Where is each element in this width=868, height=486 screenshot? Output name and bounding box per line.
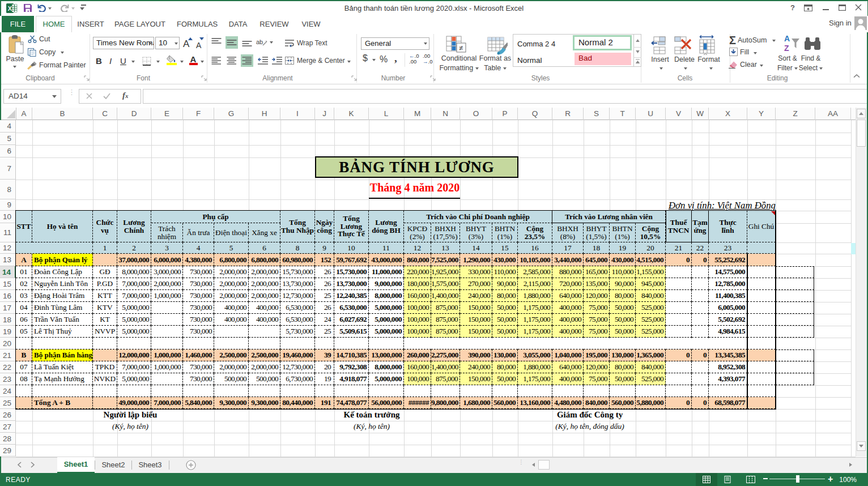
svg-text:≠: ≠ [459, 44, 463, 52]
svg-text:ab: ab [256, 39, 263, 45]
svg-text:Z: Z [784, 44, 789, 53]
svg-text:A: A [784, 34, 790, 43]
svg-text:X: X [8, 5, 12, 12]
